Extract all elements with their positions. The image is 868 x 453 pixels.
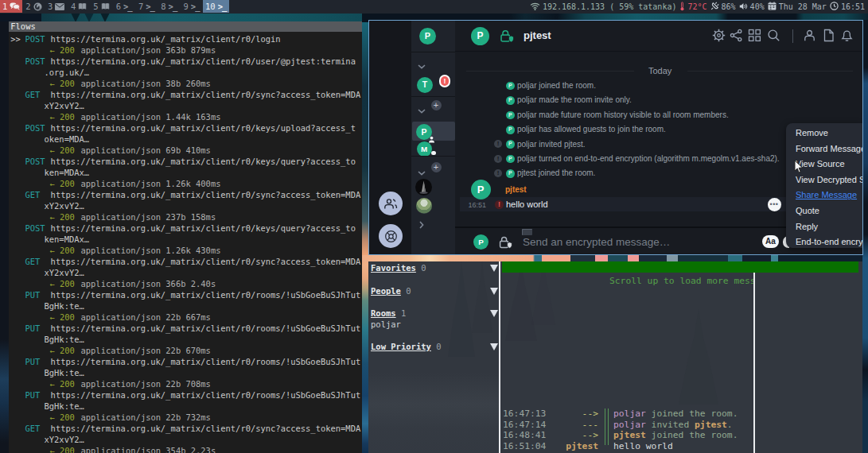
message-text: hello world	[506, 199, 548, 209]
flow-response: ← 200application/json 1.26k 400ms	[9, 178, 362, 189]
context-menu-item[interactable]: Quote	[796, 203, 819, 219]
flow-row[interactable]: POSThttps://termina.org.uk/_matrix/clien…	[9, 122, 362, 134]
message-sender-avatar[interactable]: P	[471, 180, 491, 199]
room-avatar-tower[interactable]	[415, 179, 432, 196]
grid-icon	[748, 29, 761, 42]
timeline-event[interactable]: Ppoljar made future room history visible…	[455, 108, 862, 122]
workspace-button-4[interactable]: 4	[68, 0, 90, 13]
person-icon	[803, 29, 816, 42]
add-room-button[interactable]: +	[431, 100, 442, 110]
workspace-button-6[interactable]: 6>_	[112, 0, 134, 13]
flow-status-code: ← 200	[49, 211, 74, 223]
timeline-event[interactable]: Ppoljar joined the room.	[455, 79, 862, 93]
status-date-value: Thu 28 Mar	[779, 2, 827, 11]
notifications-button[interactable]	[840, 29, 854, 42]
chat-line: 16:47:13-->poljar joined the room.	[503, 408, 757, 420]
flow-row[interactable]: PUThttps://termina.org.uk/_matrix/client…	[9, 323, 362, 334]
files-button[interactable]	[822, 29, 835, 42]
buffer-list-item[interactable]: Favorites 0	[371, 263, 426, 274]
search-button[interactable]	[767, 29, 780, 42]
flow-selected-marker: >>	[10, 33, 21, 45]
flow-response: ← 200application/json 366b 2.40s	[9, 278, 362, 289]
context-menu-item[interactable]: Remove	[796, 126, 828, 141]
context-menu-item[interactable]: View Decrypted Source	[796, 172, 862, 188]
flow-response-meta: application/json 366b 2.40s	[81, 278, 216, 289]
workspace-button-2[interactable]: 2	[22, 0, 45, 13]
dropdown-arrow-icon[interactable]	[490, 343, 498, 350]
buffer-group-count: 0	[416, 263, 426, 273]
flow-status-code: ← 200	[49, 345, 74, 356]
dropdown-arrow-icon[interactable]	[490, 288, 498, 295]
flow-row[interactable]: GEThttps://termina.org.uk/_matrix/client…	[9, 189, 362, 200]
context-menu-item[interactable]: Forward Message	[796, 141, 862, 157]
buffer-group-label: Low Priority	[371, 342, 431, 351]
add-room-button[interactable]: +	[431, 162, 442, 172]
context-menu-item[interactable]: Share Message	[796, 188, 857, 203]
chevron-down-icon[interactable]	[418, 58, 426, 72]
flow-row[interactable]: POSThttps://termina.org.uk/_matrix/clien…	[9, 223, 362, 234]
community-people-button[interactable]	[379, 192, 403, 215]
flow-url-continuation: xY2xvY2…	[45, 100, 84, 111]
settings-button[interactable]	[712, 29, 726, 42]
terminal-glyph: >_	[169, 2, 177, 11]
event-warning-icon: !	[494, 140, 502, 148]
format-button[interactable]: Aa	[762, 235, 779, 248]
share-icon	[730, 29, 743, 42]
mitmproxy-flow-list[interactable]: >>POSThttps://termina.org.uk/_matrix/cli…	[9, 33, 362, 453]
dropdown-arrow-icon[interactable]	[490, 265, 498, 272]
chat-prefix: ---	[547, 420, 598, 431]
buffer-list-item[interactable]: poljar	[371, 319, 401, 331]
help-lifebuoy-button[interactable]	[379, 224, 403, 248]
members-button[interactable]	[803, 29, 816, 42]
chevron-right-icon[interactable]	[419, 218, 424, 232]
calendar-icon	[768, 2, 777, 12]
flow-row[interactable]: GEThttps://termina.org.uk/_matrix/client…	[9, 89, 362, 100]
event-text: pjtest joined the room.	[517, 168, 595, 177]
composer-input[interactable]: Send an encrypted message…	[523, 236, 670, 248]
dropdown-arrow-icon[interactable]	[490, 310, 498, 317]
search-icon	[767, 29, 780, 42]
workspace-button-8[interactable]: 8>_	[158, 0, 180, 13]
room-avatar-garden[interactable]	[416, 198, 432, 214]
flow-response-meta: application/json 237b 158ms	[81, 211, 216, 223]
chevron-down-icon[interactable]	[418, 165, 426, 179]
workspace-button-3[interactable]: 3	[45, 0, 68, 13]
workspace-button-5[interactable]: 5	[90, 0, 112, 13]
wallpaper-tree-silhouette	[448, 261, 475, 357]
workspace-button-10[interactable]: 10>_	[203, 0, 229, 13]
context-menu-item[interactable]: Reply	[796, 219, 818, 235]
user-avatar[interactable]: P	[419, 28, 436, 45]
flow-url: https://termina.org.uk/_matrix/client/r0…	[51, 289, 361, 300]
workspace-number: 10	[205, 0, 216, 13]
flow-url-continuation: xY2xvY2…	[45, 200, 84, 211]
flow-row[interactable]: PUThttps://termina.org.uk/_matrix/client…	[9, 289, 362, 300]
flow-row[interactable]: GEThttps://termina.org.uk/_matrix/client…	[9, 256, 362, 267]
share-button[interactable]	[730, 29, 743, 42]
flow-row[interactable]: PUThttps://termina.org.uk/_matrix/client…	[9, 389, 362, 401]
flow-row[interactable]: POSThttps://termina.org.uk/_matrix/clien…	[9, 156, 362, 167]
buffer-group-count: 0	[401, 286, 411, 296]
buffer-list-item[interactable]: People 0	[371, 286, 411, 297]
buffer-list-item[interactable]: Low Priority 0	[371, 342, 442, 353]
flow-row[interactable]: POSThttps://termina.org.uk/_matrix/clien…	[9, 56, 362, 67]
desktop-screen: 123456>_7>_8>_9>_10>_ 192.168.1.133 ( 59…	[0, 0, 868, 453]
buffer-list-item[interactable]: Rooms 1	[371, 308, 406, 319]
speaker-icon	[739, 2, 748, 12]
workspace-button-7[interactable]: 7>_	[135, 0, 158, 13]
flow-row[interactable]: >>POSThttps://termina.org.uk/_matrix/cli…	[9, 33, 362, 45]
room-header-avatar[interactable]: P	[471, 27, 489, 45]
flow-row[interactable]: PUThttps://termina.org.uk/_matrix/client…	[9, 356, 362, 367]
timeline-event[interactable]: Ppoljar made the room invite only.	[455, 93, 862, 107]
chevron-down-icon[interactable]	[418, 103, 426, 117]
room-avatar-t[interactable]: T	[417, 77, 433, 93]
event-warning-icon: !	[494, 169, 502, 177]
workspace-button-9[interactable]: 9>_	[180, 0, 202, 13]
apps-button[interactable]	[748, 29, 761, 42]
chat-line: 16:48:41-->pjtest joined the room.	[503, 430, 757, 441]
context-menu-item[interactable]: End-to-end encryption	[796, 234, 862, 248]
flow-row[interactable]: GEThttps://termina.org.uk/_matrix/client…	[9, 423, 362, 434]
flow-status-code: ← 200	[49, 178, 74, 189]
message-options-button[interactable]: •••	[768, 198, 781, 211]
workspace-button-1[interactable]: 1	[0, 0, 22, 13]
workspace-number: 3	[48, 0, 53, 13]
